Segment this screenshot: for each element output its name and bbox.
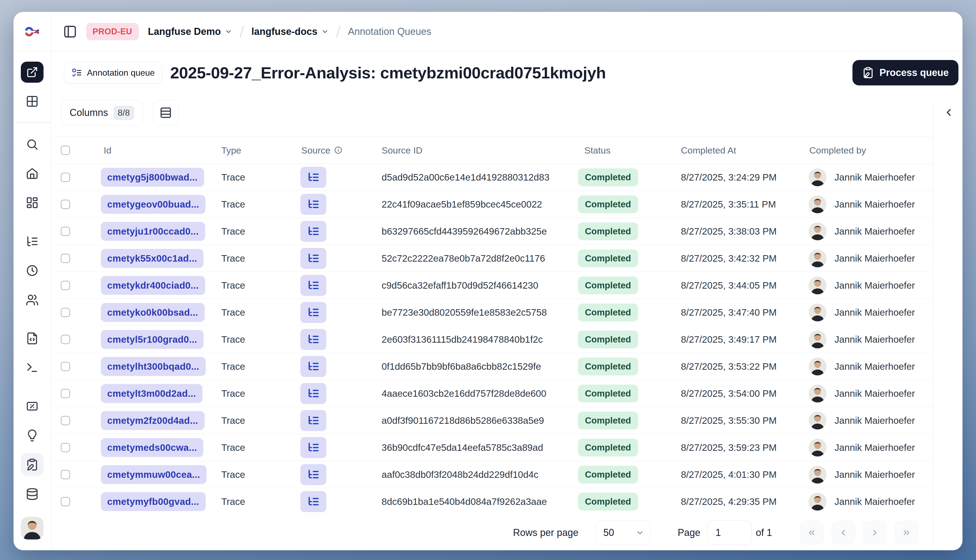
row-checkbox[interactable] [61, 497, 70, 506]
search-icon[interactable] [21, 133, 43, 156]
row-type: Trace [222, 253, 245, 264]
row-id-badge[interactable]: cmetyko0k00bsad... [101, 303, 205, 322]
list-tree-icon [307, 225, 320, 238]
source-trace-button[interactable] [300, 167, 326, 188]
column-header-type[interactable]: Type [222, 145, 242, 155]
lightbulb-icon[interactable] [21, 424, 43, 447]
select-all-checkbox[interactable] [61, 146, 70, 155]
row-id-badge[interactable]: cmetylt3m00d2ad... [101, 384, 202, 403]
source-trace-button[interactable] [300, 491, 326, 512]
column-header-completed-by[interactable]: Completed by [809, 145, 866, 155]
column-header-status[interactable]: Status [584, 145, 611, 155]
row-completed-at: 8/27/2025, 3:42:32 PM [681, 253, 777, 264]
list-tree-icon [307, 171, 320, 183]
row-completed-at: 8/27/2025, 3:35:11 PM [681, 199, 776, 210]
external-link-icon[interactable] [21, 62, 43, 83]
row-checkbox[interactable] [61, 281, 70, 290]
source-trace-button[interactable] [300, 437, 326, 458]
row-checkbox[interactable] [61, 227, 70, 236]
row-checkbox[interactable] [61, 173, 70, 182]
row-type: Trace [222, 415, 245, 426]
row-source-id: d5ad9d52a00c6e14e1d4192880312d83 [382, 172, 550, 183]
row-type: Trace [222, 388, 245, 399]
user-avatar[interactable] [21, 517, 43, 540]
column-header-id[interactable]: Id [104, 145, 112, 155]
row-id-badge[interactable]: cmetymmuw00cea... [101, 465, 207, 484]
grid-icon[interactable] [21, 90, 43, 113]
previous-page-button[interactable] [832, 521, 855, 544]
table-row: cmetyg5j800bwad... Trace d5ad9d52a00c6e1… [52, 164, 933, 191]
row-checkbox[interactable] [61, 389, 70, 398]
source-trace-button[interactable] [300, 248, 326, 269]
row-id-badge[interactable]: cmetymyfb00gvad... [101, 492, 206, 511]
percent-card-icon[interactable] [21, 395, 43, 418]
row-id-badge[interactable]: cmetyju1r00ccad0... [101, 222, 205, 241]
next-page-button[interactable] [863, 521, 886, 544]
row-id-badge[interactable]: cmetyg5j800bwad... [101, 168, 204, 187]
row-checkbox[interactable] [61, 416, 70, 425]
source-trace-button[interactable] [300, 275, 326, 296]
langfuse-logo [13, 12, 51, 52]
row-height-button[interactable] [153, 100, 178, 125]
file-code-icon[interactable] [21, 327, 43, 350]
table-row: cmetyk55x00c1ad... Trace 52c72c2222ea78e… [52, 245, 933, 272]
source-trace-button[interactable] [300, 194, 326, 215]
page-number-input[interactable]: 1 [707, 520, 752, 545]
column-header-completed-at[interactable]: Completed At [681, 145, 736, 155]
column-header-source[interactable]: Source [302, 145, 342, 155]
row-completed-by: Jannik Maierhoefer [834, 199, 915, 210]
first-page-button[interactable] [800, 521, 823, 544]
dashboard-icon[interactable] [21, 192, 43, 214]
row-status-badge: Completed [578, 385, 638, 402]
org-selector[interactable]: Langfuse Demo [148, 26, 232, 37]
clipboard-pen-icon[interactable] [21, 453, 43, 476]
row-status-badge: Completed [578, 168, 638, 186]
row-checkbox[interactable] [61, 362, 70, 371]
collapse-panel-button[interactable] [941, 104, 957, 120]
source-trace-button[interactable] [300, 383, 326, 404]
list-tree-icon[interactable] [21, 230, 43, 253]
table-row: cmetyl5r100grad0... Trace 2e603f31361115… [52, 326, 933, 353]
row-checkbox[interactable] [61, 308, 70, 317]
row-id-badge[interactable]: cmetygeov00buad... [101, 195, 206, 214]
row-checkbox[interactable] [61, 200, 70, 209]
database-icon[interactable] [21, 483, 43, 505]
row-id-badge[interactable]: cmetykdr400ciad0... [101, 276, 205, 295]
chevrons-right-icon [902, 528, 911, 537]
source-trace-button[interactable] [300, 302, 326, 323]
row-completed-at: 8/27/2025, 3:55:30 PM [681, 415, 777, 426]
row-id-badge[interactable]: cmetym2fz00d4ad... [101, 411, 205, 430]
row-checkbox[interactable] [61, 335, 70, 344]
column-header-source-id[interactable]: Source ID [382, 145, 422, 155]
row-checkbox[interactable] [61, 470, 70, 479]
source-trace-button[interactable] [300, 410, 326, 431]
row-checkbox[interactable] [61, 443, 70, 452]
users-icon[interactable] [21, 288, 43, 312]
row-completed-by: Jannik Maierhoefer [834, 388, 915, 399]
source-trace-button[interactable] [300, 464, 326, 485]
clock-icon[interactable] [21, 259, 43, 282]
row-id-badge[interactable]: cmetyl5r100grad0... [101, 330, 204, 349]
process-queue-button[interactable]: Process queue [853, 60, 958, 85]
source-trace-button[interactable] [300, 221, 326, 242]
row-completed-by: Jannik Maierhoefer [834, 334, 915, 345]
pagination-bar: Rows per page 50 Page 1 of 1 [52, 515, 933, 550]
chevron-down-icon [321, 28, 329, 35]
rows-per-page-select[interactable]: 50 [596, 520, 651, 545]
last-page-button[interactable] [895, 521, 918, 544]
row-checkbox[interactable] [61, 254, 70, 263]
table-row: cmetylt3m00d2ad... Trace 4aaece1603cb2e1… [52, 380, 933, 407]
columns-button[interactable]: Columns 8/8 [61, 100, 143, 125]
row-id-badge[interactable]: cmetylht300bqad0... [101, 357, 206, 376]
home-icon[interactable] [21, 162, 43, 185]
source-trace-button[interactable] [300, 356, 326, 377]
row-id-badge[interactable]: cmetymeds00cwa... [101, 438, 204, 457]
source-trace-button[interactable] [300, 329, 326, 350]
row-status-badge: Completed [578, 438, 638, 457]
page-title: 2025-09-27_Error-Analysis: cmetybzmi00cr… [170, 63, 606, 82]
row-id-badge[interactable]: cmetyk55x00c1ad... [101, 249, 204, 268]
project-selector[interactable]: langfuse-docs [252, 26, 329, 37]
rows-per-page-value: 50 [604, 527, 614, 538]
terminal-icon[interactable] [21, 356, 43, 379]
sidebar-toggle-icon[interactable] [63, 25, 77, 38]
